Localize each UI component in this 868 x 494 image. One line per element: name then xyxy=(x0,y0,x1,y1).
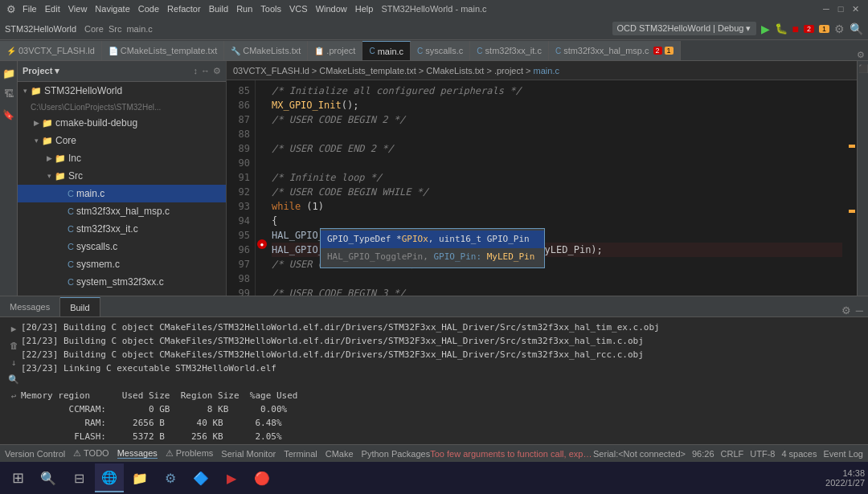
app-icon: ⚙ xyxy=(6,3,16,15)
build-clear-icon[interactable]: 🗑 xyxy=(10,339,18,353)
tree-item-syscalls[interactable]: C syscalls.c xyxy=(18,238,226,255)
build-scroll-icon[interactable]: ↓ xyxy=(11,356,17,369)
status-bar-left: Version Control ⚠ TODO Messages ⚠ Proble… xyxy=(5,448,430,459)
bookmarks-icon[interactable]: 🔖 xyxy=(0,106,18,124)
taskbar-app-6[interactable]: 🔴 xyxy=(248,463,276,492)
panel-minimize-icon[interactable]: ─ xyxy=(856,304,863,316)
tree-item-inc[interactable]: ▶ 📁 Inc xyxy=(18,149,226,167)
tab-main-c[interactable]: C main.c xyxy=(362,41,411,60)
tree-item-hal-msp[interactable]: C stm32f3xx_hal_msp.c xyxy=(18,202,226,220)
tree-collapse-icon[interactable]: ↕ xyxy=(194,66,199,76)
menu-refactor[interactable]: Refactor xyxy=(167,4,201,14)
debug-config[interactable]: OCD STM32HelloWorld | Debug ▾ xyxy=(612,22,756,35)
autocomplete-item-2[interactable]: HAL_GPIO_TogglePin, GPIO_Pin: MyLED_Pin xyxy=(321,248,544,266)
panel-settings-icon[interactable]: ⚙ xyxy=(841,304,851,316)
taskbar-app-1[interactable]: 🌐 xyxy=(95,463,124,492)
windows-start-button[interactable]: ⊞ xyxy=(3,463,32,492)
debug-button[interactable]: 🐛 xyxy=(775,22,788,35)
code-line-92: /* USER CODE BEGIN WHILE */ xyxy=(272,185,842,199)
tree-item-it[interactable]: C stm32f3xx_it.c xyxy=(18,220,226,238)
tree-item-cmake-build[interactable]: ▶ 📁 cmake-build-debug xyxy=(18,114,226,132)
status-cmake[interactable]: CMake xyxy=(326,449,354,459)
build-output-text: [20/23] Building C object CMakeFiles/STM… xyxy=(21,320,862,441)
taskbar-task-view[interactable]: ⊟ xyxy=(64,463,93,492)
project-header-label[interactable]: Project ▾ xyxy=(23,66,59,76)
build-run-icon[interactable]: ▶ xyxy=(11,322,17,336)
tree-item-main-c[interactable]: C main.c xyxy=(18,185,226,202)
settings-icon[interactable]: ⚙ xyxy=(834,22,845,35)
tab-project[interactable]: 📋 .project xyxy=(308,41,362,60)
tab-cmakelists-template[interactable]: 📄 CMakeLists_template.txt xyxy=(102,41,224,60)
status-position[interactable]: 96:26 xyxy=(692,449,714,459)
tree-item-system[interactable]: C system_stm32f3xx.c xyxy=(18,273,226,291)
status-serial-conn[interactable]: Serial:<Not connected> xyxy=(593,449,686,459)
taskbar-app-4[interactable]: 🔷 xyxy=(186,463,215,492)
build-filter-icon[interactable]: 🔍 xyxy=(8,373,19,386)
menu-view[interactable]: View xyxy=(68,4,88,14)
tree-gear-icon[interactable]: ⚙ xyxy=(213,66,221,76)
autocomplete-item-1[interactable]: GPIO_TypeDef *GPIOx, uint16_t GPIO_Pin xyxy=(321,231,544,248)
tab-settings-icon[interactable]: ⚙ xyxy=(857,50,865,60)
status-terminal[interactable]: Terminal xyxy=(284,449,317,459)
breakpoint-gutter: ● xyxy=(256,80,268,296)
close-button[interactable]: ✕ xyxy=(849,2,862,15)
project-view-icon[interactable]: 📁 xyxy=(0,64,18,82)
status-line-ending[interactable]: CRLF xyxy=(721,449,744,459)
right-sidebar-icon-1[interactable]: ⬛ xyxy=(858,64,868,73)
status-version-control[interactable]: Version Control xyxy=(5,449,65,459)
status-messages-tab[interactable]: Messages xyxy=(117,448,158,459)
title-bar-left: ⚙ File Edit View Navigate Code Refactor … xyxy=(6,3,373,15)
taskbar-search[interactable]: 🔍 xyxy=(34,463,63,492)
tree-item-sysmem[interactable]: C sysmem.c xyxy=(18,255,226,273)
status-event-log[interactable]: Event Log xyxy=(823,449,863,459)
status-serial[interactable]: Serial Monitor xyxy=(221,449,276,459)
maximize-button[interactable]: □ xyxy=(834,2,847,15)
status-problems[interactable]: ⚠ Problems xyxy=(166,448,214,459)
tree-header-icons: ↕ ↔ ⚙ xyxy=(194,66,222,76)
tab-cmt-label: CMakeLists_template.txt xyxy=(121,46,217,55)
tab-cmake-label: CMakeLists.txt xyxy=(243,46,301,55)
structure-icon[interactable]: 🏗 xyxy=(0,85,18,103)
status-todo[interactable]: ⚠ TODO xyxy=(73,448,108,459)
tree-item-src[interactable]: ▾ 📁 Src xyxy=(18,167,226,185)
menu-window[interactable]: Window xyxy=(316,4,347,14)
menu-run[interactable]: Run xyxy=(236,4,252,14)
tree-expand-icon[interactable]: ↔ xyxy=(201,66,210,76)
tree-item-root[interactable]: ▾ 📁 STM32HelloWorld xyxy=(18,82,226,100)
file-tree: ▾ 📁 STM32HelloWorld C:\Users\CLionProjec… xyxy=(18,82,226,296)
taskbar-app-2[interactable]: 📁 xyxy=(125,463,154,492)
tab-cmakelists[interactable]: 🔧 CMakeLists.txt xyxy=(224,41,308,60)
code-line-91: /* Infinite loop */ xyxy=(272,170,842,185)
taskbar-app-5[interactable]: ▶ xyxy=(217,463,246,492)
menu-vcs[interactable]: VCS xyxy=(289,4,308,14)
menu-help[interactable]: Help xyxy=(355,4,374,14)
stop-button[interactable]: ■ xyxy=(792,22,799,35)
taskbar-app-3[interactable]: ⚙ xyxy=(156,463,185,492)
code-text-area[interactable]: /* Initialize all configured peripherals… xyxy=(268,80,845,296)
bottom-tab-build[interactable]: Build xyxy=(60,297,100,316)
menu-edit[interactable]: Edit xyxy=(45,4,60,14)
tab-stm32-it[interactable]: C stm32f3xx_it.c xyxy=(470,41,549,60)
bottom-panel-controls: ⚙ ─ xyxy=(837,304,868,316)
tab-syscalls[interactable]: C syscalls.c xyxy=(411,41,470,60)
menu-tools[interactable]: Tools xyxy=(260,4,281,14)
menu-navigate[interactable]: Navigate xyxy=(95,4,129,14)
tab-project-label: .project xyxy=(326,46,355,55)
menu-build[interactable]: Build xyxy=(209,4,228,14)
tab-stm32-msp[interactable]: C stm32f3xx_hal_msp.c 2 1 xyxy=(549,41,681,60)
status-encoding[interactable]: UTF-8 xyxy=(750,449,775,459)
bottom-tab-messages[interactable]: Messages xyxy=(0,297,60,316)
run-button[interactable]: ▶ xyxy=(761,22,770,35)
menu-file[interactable]: File xyxy=(23,4,37,14)
build-wrap-icon[interactable]: ↩ xyxy=(11,390,17,403)
menu-code[interactable]: Code xyxy=(138,4,159,14)
status-indent[interactable]: 4 spaces xyxy=(781,449,817,459)
tree-item-core[interactable]: ▾ 📁 Core xyxy=(18,132,226,149)
minimize-button[interactable]: ─ xyxy=(820,2,833,15)
line-numbers: 8586878889 9091929394 9596979899 1001011… xyxy=(227,80,256,296)
tab-flash-icon: ⚡ xyxy=(6,47,16,55)
status-python[interactable]: Python Packages xyxy=(362,449,431,459)
search-icon[interactable]: 🔍 xyxy=(850,22,863,35)
build-line-4: [23/23] Linking C executable STM32HelloW… xyxy=(21,361,862,375)
tab-flash-ld[interactable]: ⚡ 03VCTX_FLASH.ld xyxy=(0,41,102,60)
